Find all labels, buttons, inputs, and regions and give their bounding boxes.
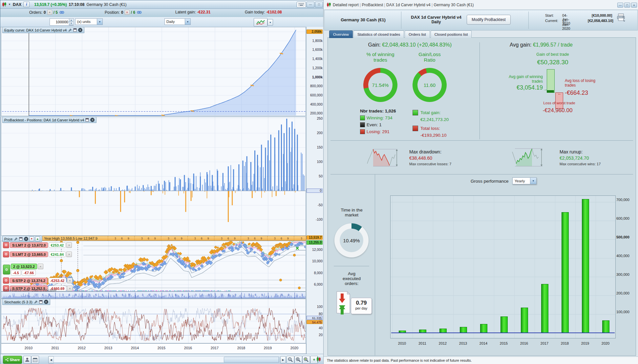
candlestick-view-icon[interactable] [316, 356, 324, 364]
order-cancel-icon[interactable]: × [66, 252, 72, 257]
total-gain-label: Total gain: [420, 110, 441, 115]
tab-closed-positions-list[interactable]: Closed positions list [431, 30, 472, 38]
order-gear-icon[interactable]: ⚙ [3, 242, 9, 248]
equity-curve-chart[interactable] [1, 27, 306, 116]
stochastic-panel-tab[interactable]: Stochastic (5 3 3) × [2, 299, 50, 305]
symbol-label[interactable]: DAX [13, 2, 21, 7]
month-label: 6 [254, 237, 256, 240]
quantity-down-icon[interactable]: ▼ [69, 22, 73, 25]
share-button[interactable]: Share [3, 356, 22, 364]
minimize-button[interactable]: — [307, 2, 314, 8]
tab-statistics-of-closed-trades[interactable]: Statistics of closed trades [353, 30, 404, 38]
order-label[interactable]: S:LMT 2 @ 13,665.0 [10, 252, 48, 257]
even-legend: Even: 1 [367, 122, 382, 127]
detach-window-icon[interactable] [85, 118, 89, 122]
detach-window-icon[interactable] [39, 300, 43, 304]
zoom-in-icon[interactable] [294, 356, 302, 364]
scroll-right-button[interactable]: ▶ [280, 356, 286, 363]
gain-label: Gain: [368, 42, 381, 48]
orders-settings-icon[interactable]: ⚙⚙ [59, 10, 63, 15]
month-label: 3 [248, 293, 250, 296]
modify-probacktest-button[interactable]: Modify ProBacktest [467, 15, 511, 25]
tab-overview[interactable]: Overview [329, 30, 353, 38]
gross-period-select[interactable]: Yearly ▼ [512, 177, 537, 184]
minimize-button[interactable]: — [617, 3, 623, 8]
gridline [494, 196, 494, 338]
equity-axis-label: 800,000 [307, 84, 323, 88]
gross-performance-chart[interactable] [390, 195, 616, 338]
close-icon[interactable]: × [78, 28, 82, 32]
runup-label: Max runup: [560, 149, 583, 154]
equity-last-value: 2,058k [307, 30, 323, 34]
chevron-down-icon[interactable]: ▼ [530, 178, 536, 184]
close-icon[interactable]: × [44, 300, 48, 304]
stochastic-chart[interactable] [1, 299, 306, 343]
order-cancel-icon[interactable]: × [38, 264, 43, 269]
keyboard-icon[interactable] [297, 2, 306, 8]
units-select[interactable]: (x) units▼ [75, 18, 103, 25]
chart-style-dropdown-icon[interactable]: ▼ [267, 19, 273, 26]
avg-orders-title-2: executed [331, 276, 372, 281]
order-gear-icon[interactable]: ⚙ [3, 251, 9, 257]
zoom-out-icon[interactable] [287, 356, 294, 364]
close-button[interactable]: × [631, 3, 637, 8]
trader-icon[interactable] [23, 356, 31, 364]
cancel-orders-icon[interactable]: ✕ [47, 10, 52, 15]
positions-axis-label: -100 [307, 217, 323, 221]
chart-scrollbar[interactable] [53, 356, 279, 363]
quantity-up-icon[interactable]: ▲ [69, 19, 73, 22]
order-cancel-icon[interactable]: × [66, 242, 72, 248]
equity-panel-tab[interactable]: Equity curve: DAX 1d Carver Hybrid v4 × [2, 27, 84, 33]
chart-scrollbar-thumb[interactable] [224, 357, 279, 363]
order-label[interactable]: S:LMT 2 @ 13,672.0 [10, 242, 48, 248]
equity-axis-label: 1,200k [307, 66, 323, 70]
calendar-icon[interactable] [31, 356, 39, 364]
scroll-left-button[interactable]: ◀ [48, 356, 54, 363]
print-icon[interactable] [617, 13, 625, 22]
quantity-input[interactable] [50, 20, 69, 24]
zoom-select-icon[interactable] [302, 356, 310, 364]
wrench-icon[interactable] [68, 28, 72, 32]
maximize-button[interactable]: □ [315, 2, 323, 8]
info-icon[interactable]: i [23, 2, 30, 7]
buy-arrow-icon[interactable]: ▲ [35, 236, 40, 241]
sell-arrow-icon[interactable]: ▼ [29, 236, 34, 241]
order-gear-icon[interactable]: ⚙ [3, 265, 10, 274]
symbol-dropdown-arrow[interactable]: ▼ [8, 3, 11, 6]
detach-window-icon[interactable] [19, 237, 23, 241]
order-label[interactable]: 2 @ 13,523.2 [11, 264, 37, 269]
gross-performance-label: Gross performance [471, 179, 509, 184]
position-settings-icon[interactable]: ⚙⚙ [137, 10, 140, 15]
price-chart[interactable] [1, 241, 306, 292]
close-icon[interactable]: × [90, 118, 95, 122]
order-label[interactable]: S:STP 2 @ 13,374.2 [10, 278, 48, 283]
wrench-icon[interactable] [33, 300, 38, 304]
maximize-button[interactable]: □ [624, 3, 630, 8]
timeframe-select[interactable]: Daily▼ [164, 18, 191, 25]
month-label: 3 [62, 293, 64, 296]
chevron-down-icon[interactable]: ▼ [97, 19, 102, 25]
order-gear-icon[interactable]: ⚙ [3, 277, 9, 284]
positions-histogram-chart[interactable] [1, 117, 306, 236]
positions-panel-tab[interactable]: ProBacktest - Positions: DAX 1d Carver H… [2, 117, 96, 123]
avg-gain-value: €1,996.57 / trade [533, 42, 573, 48]
close-position-icon[interactable]: ✕ [125, 10, 130, 15]
quantity-stepper[interactable]: ▲▼ [50, 18, 74, 26]
tab-orders-list[interactable]: Orders list [405, 30, 430, 38]
winning-legend: Winning: 734 [367, 115, 393, 120]
chart-style-button[interactable] [254, 18, 267, 27]
gross-x-axis-label: 2014 [479, 341, 487, 345]
positions-axis-label: 150 [307, 145, 323, 149]
order-cancel-icon[interactable]: × [67, 278, 73, 283]
detach-window-icon[interactable] [73, 28, 77, 32]
wrench-icon[interactable] [13, 237, 18, 241]
chevron-down-icon[interactable]: ▼ [185, 19, 190, 25]
order-pill-body: S:LMT 2 @ 13,672.0€253.42× [10, 242, 72, 248]
position-pnl-value: -€7.66 [22, 270, 36, 275]
close-icon[interactable]: × [24, 237, 28, 241]
order-cancel-icon[interactable]: × [67, 286, 73, 291]
equity-axis-label: 600,000 [307, 93, 323, 97]
order-level-dot [280, 279, 282, 281]
price-panel-tab[interactable]: Price × ▼ ▲ [2, 236, 42, 242]
report-tabs: OverviewStatistics of closed tradesOrder… [329, 30, 472, 38]
